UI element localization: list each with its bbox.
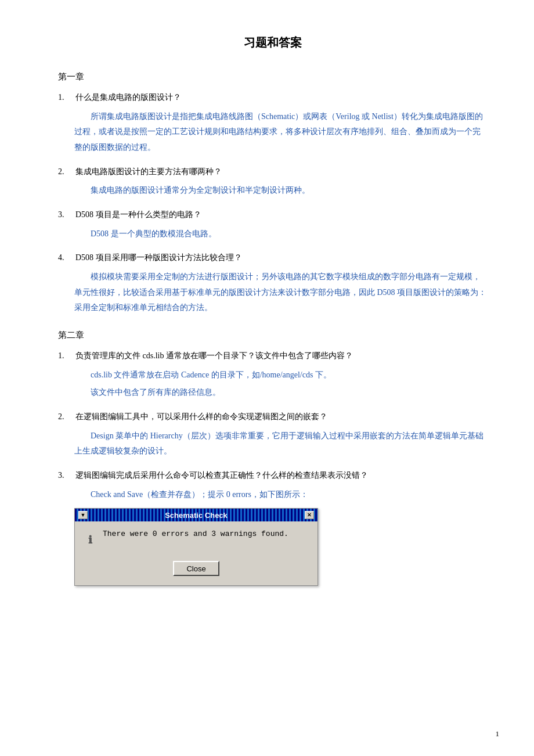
chapter1-q2-answer: 集成电路的版图设计通常分为全定制设计和半定制设计两种。 <box>74 183 488 199</box>
chapter1-q4-answer: 模拟模块需要采用全定制的方法进行版图设计；另外该电路的其它数字模块组成的数字部分… <box>74 269 488 316</box>
chapter2-q1: 1. 负责管理库的文件 cds.lib 通常放在哪一个目录下？该文件中包含了哪些… <box>58 349 488 401</box>
ch2-q3-num: 3. <box>58 469 72 483</box>
chapter1-q4: 4. D508 项目采用哪一种版图设计方法比较合理？ 模拟模块需要采用全定制的方… <box>58 251 488 316</box>
page-number: 1 <box>496 729 500 739</box>
q4-text: D508 项目采用哪一种版图设计方法比较合理？ <box>75 251 242 265</box>
chapter1-q1-answer: 所谓集成电路版图设计是指把集成电路线路图（Schematic）或网表（Veril… <box>74 109 488 156</box>
dialog-message-text: There were 0 errors and 3 warnings found… <box>103 528 288 540</box>
dialog-message-row: ℹ There were 0 errors and 3 warnings fou… <box>84 528 308 552</box>
dialog-body: ℹ There were 0 errors and 3 warnings fou… <box>75 521 317 585</box>
chapter2-q2-answer: Design 菜单中的 Hierarchy（层次）选项非常重要，它用于逻辑输入过… <box>74 429 488 459</box>
dialog-close-button[interactable]: Close <box>173 561 219 576</box>
chapter1-q2: 2. 集成电路版图设计的主要方法有哪两种？ 集成电路的版图设计通常分为全定制设计… <box>58 165 488 199</box>
q1-text: 什么是集成电路的版图设计？ <box>75 91 181 105</box>
chapter1-heading: 第一章 <box>58 71 488 82</box>
dialog-title: Schematic Check <box>88 511 305 520</box>
chapter2-heading: 第二章 <box>58 330 488 341</box>
chapter1-q1: 1. 什么是集成电路的版图设计？ 所谓集成电路版图设计是指把集成电路线路图（Sc… <box>58 91 488 156</box>
ch2-q1-num: 1. <box>58 349 72 363</box>
chapter1-q1-question: 1. 什么是集成电路的版图设计？ <box>58 91 488 105</box>
q3-num: 3. <box>58 208 72 222</box>
chapter1-section: 第一章 1. 什么是集成电路的版图设计？ 所谓集成电路版图设计是指把集成电路线路… <box>58 71 488 316</box>
dialog-close-x-button[interactable]: ✕ <box>305 511 314 519</box>
ch2-q3-text: 逻辑图编辑完成后采用什么命令可以检查其正确性？什么样的检查结果表示没错？ <box>75 469 368 483</box>
chapter2-q2: 2. 在逻辑图编辑工具中，可以采用什么样的命令实现逻辑图之间的嵌套？ Desig… <box>58 410 488 459</box>
dialog-titlebar: ▼ Schematic Check ✕ <box>75 509 317 521</box>
q4-num: 4. <box>58 251 72 265</box>
page-title: 习题和答案 <box>58 35 488 51</box>
schematic-check-dialog: ▼ Schematic Check ✕ ℹ There were 0 error… <box>74 508 318 586</box>
chapter2-q1-answer2: 该文件中包含了所有库的路径信息。 <box>74 385 488 401</box>
chapter2-q1-question: 1. 负责管理库的文件 cds.lib 通常放在哪一个目录下？该文件中包含了哪些… <box>58 349 488 363</box>
info-symbol: ℹ <box>88 535 92 545</box>
ch2-q2-num: 2. <box>58 410 72 424</box>
close-x-icon: ✕ <box>307 512 312 518</box>
chapter2-q3-answer: Check and Save（检查并存盘）；提示 0 errors，如下图所示： <box>74 487 488 503</box>
q3-text: D508 项目是一种什么类型的电路？ <box>75 208 201 222</box>
dialog-titlebar-controls: ✕ <box>305 511 314 519</box>
ch2-q1-text: 负责管理库的文件 cds.lib 通常放在哪一个目录下？该文件中包含了哪些内容？ <box>75 349 353 363</box>
q1-num: 1. <box>58 91 72 105</box>
ch2-q2-text: 在逻辑图编辑工具中，可以采用什么样的命令实现逻辑图之间的嵌套？ <box>75 410 327 424</box>
chapter1-q3-answer: D508 是一个典型的数模混合电路。 <box>74 226 488 242</box>
chapter2-q2-question: 2. 在逻辑图编辑工具中，可以采用什么样的命令实现逻辑图之间的嵌套？ <box>58 410 488 424</box>
chapter1-q2-question: 2. 集成电路版图设计的主要方法有哪两种？ <box>58 165 488 179</box>
chapter1-q4-question: 4. D508 项目采用哪一种版图设计方法比较合理？ <box>58 251 488 265</box>
q2-num: 2. <box>58 165 72 179</box>
dialog-info-icon: ℹ <box>84 528 96 552</box>
dialog-system-menu-button[interactable]: ▼ <box>78 511 88 519</box>
q2-text: 集成电路版图设计的主要方法有哪两种？ <box>75 165 222 179</box>
chapter1-q3: 3. D508 项目是一种什么类型的电路？ D508 是一个典型的数模混合电路。 <box>58 208 488 242</box>
chapter2-q1-answer1: cds.lib 文件通常放在启动 Cadence 的目录下，如/home/ang… <box>74 368 488 383</box>
chapter2-section: 第二章 1. 负责管理库的文件 cds.lib 通常放在哪一个目录下？该文件中包… <box>58 330 488 586</box>
chapter2-q3: 3. 逻辑图编辑完成后采用什么命令可以检查其正确性？什么样的检查结果表示没错？ … <box>58 469 488 586</box>
chapter2-q3-question: 3. 逻辑图编辑完成后采用什么命令可以检查其正确性？什么样的检查结果表示没错？ <box>58 469 488 483</box>
chapter1-q3-question: 3. D508 项目是一种什么类型的电路？ <box>58 208 488 222</box>
system-menu-icon: ▼ <box>81 512 86 518</box>
